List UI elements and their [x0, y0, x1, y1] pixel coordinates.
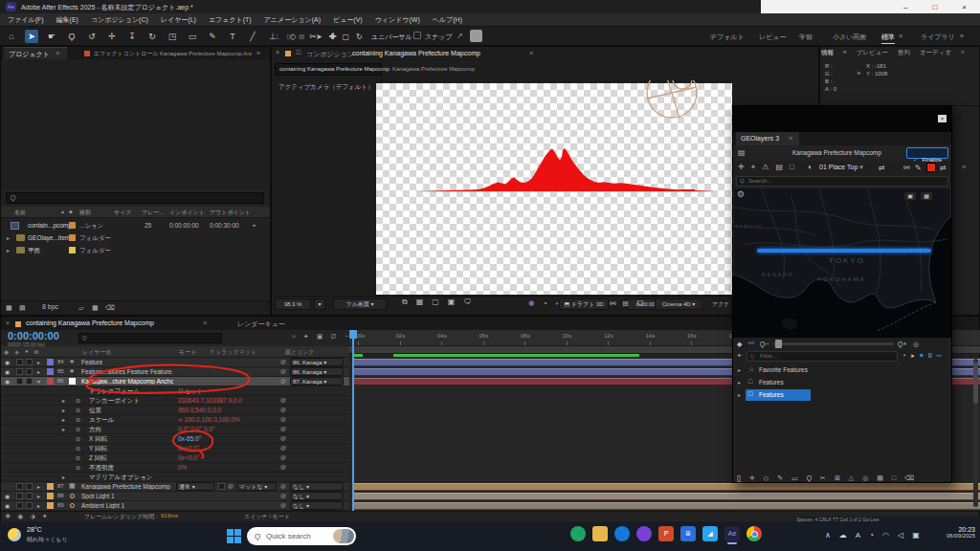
axis-mode-label[interactable]: ユニバーサル — [371, 33, 412, 42]
tray-icon-5[interactable]: ◠ — [882, 531, 889, 540]
menu-item-2[interactable]: 編集(E) — [56, 15, 78, 25]
property-value[interactable]: 0.0°,0.0°,0.0° — [178, 426, 215, 432]
tree-node-label[interactable]: Favorite Features — [759, 366, 808, 373]
project-tabs-overflow-icon[interactable]: » — [256, 50, 260, 56]
comp-zoom-caret[interactable]: ▾ — [314, 298, 325, 310]
project-row-1[interactable]: contain...pcomp...ション250:00:00:000:00:30… — [1, 220, 270, 231]
comp-zoom-dropdown[interactable]: 38.3 % — [275, 298, 311, 310]
map-camera-button[interactable]: ▣ — [903, 191, 917, 201]
property-label[interactable]: 位置 — [89, 407, 101, 415]
tree-node-label[interactable]: Features — [759, 391, 784, 398]
geo-toolbar-icon-1[interactable]: ✛ — [738, 163, 745, 172]
new-comp-icon[interactable]: ▦ — [92, 303, 99, 313]
map-cursor-icon[interactable]: ◆ — [737, 340, 742, 349]
draw-style-icon[interactable]: ✎ — [915, 164, 922, 172]
tree-node-label[interactable]: Features — [759, 379, 784, 386]
comp-lock-icon[interactable]: ⊡ — [296, 49, 301, 56]
project-item-name[interactable]: contain...pcomp — [28, 222, 72, 229]
map-link-icon[interactable]: ⚯ — [748, 340, 754, 347]
audio-toggle[interactable] — [16, 359, 23, 365]
snap-label[interactable]: スナップ — [425, 33, 453, 42]
hand-tool[interactable]: ☛ — [45, 30, 58, 43]
geo-toolbar-icon-4[interactable]: ▤ — [775, 163, 783, 172]
workspace-tab-1[interactable]: デフォルト — [710, 33, 745, 42]
group-label[interactable]: トランスフォーム — [89, 387, 140, 396]
project-grid-icon[interactable]: ▦ — [6, 303, 12, 313]
project-film-icon[interactable]: ▤ — [19, 303, 26, 313]
property-label[interactable]: Z 回転 — [89, 454, 107, 463]
stopwatch-icon[interactable]: ⊙ — [76, 464, 80, 471]
layer-color-tag[interactable] — [47, 368, 54, 375]
swap-style-icon[interactable]: ⇄ — [940, 164, 947, 172]
resize-tool-icon[interactable]: ↗ — [457, 32, 463, 40]
property-row-9[interactable]: ⊙Y 回転0x+0.0°@ — [1, 444, 349, 453]
camera-tools[interactable]: ◳ — [166, 30, 179, 43]
geo-bottom-icon-12[interactable]: □ — [892, 474, 896, 482]
snap-checkbox[interactable] — [413, 32, 421, 39]
tray-icon-7[interactable]: ▣ — [912, 531, 920, 540]
geo-toolbar-icon-3[interactable]: ⚠ — [762, 163, 768, 172]
tab-effect-controls[interactable]: エフェクトコントロール Kanagawa Prefecture Mapcomp … — [94, 50, 252, 58]
geo-bottom-icon-4[interactable]: ✎ — [777, 474, 783, 482]
layer-name[interactable]: Ambient Light 1 — [81, 502, 124, 509]
swap-place-icon[interactable]: ⇄ — [879, 164, 885, 172]
project-item-name[interactable]: 平面 — [28, 247, 40, 255]
project-col-2[interactable]: 種類 — [79, 209, 91, 217]
stopwatch-icon[interactable]: ⊙ — [76, 435, 80, 442]
menu-item-4[interactable]: レイヤー(L) — [161, 15, 196, 25]
menu-item-7[interactable]: ビュー(V) — [333, 15, 363, 25]
project-col-4[interactable]: フレー... — [142, 209, 164, 217]
link-comp-icon[interactable]: ⚯ — [903, 164, 910, 172]
pen-tool[interactable]: ✎ — [206, 30, 219, 43]
taskbar-app-app-blue-disc[interactable] — [614, 526, 630, 544]
axis-icon-1[interactable]: ⊥ — [274, 33, 280, 41]
property-label[interactable]: アンカーポイント — [89, 397, 140, 406]
pickwhip-icon[interactable]: @ — [280, 426, 286, 431]
taskbar-app-github[interactable] — [636, 526, 652, 544]
shape-tool[interactable]: ▭ — [186, 30, 199, 43]
start-button[interactable] — [227, 529, 241, 543]
property-value[interactable]: 960.0,540.0,0.0 — [178, 407, 221, 413]
expand-arrow-icon[interactable]: ▸ — [37, 368, 40, 375]
layer-name[interactable]: Kanagaw...cture Mapcomp Anchor — [81, 378, 173, 385]
property-row-8[interactable]: ⊙X 回転0x-65.0°@ — [1, 434, 349, 444]
layer-row-84[interactable]: ◉▸84★Feature@86. Kanaga ▾ — [1, 358, 349, 367]
info-tab-3[interactable]: 整列 — [898, 49, 910, 57]
solo-toggle[interactable] — [26, 483, 33, 490]
expand-arrow-icon[interactable]: ▸ — [62, 474, 65, 480]
expand-arrow-icon[interactable]: ▸ — [62, 397, 65, 404]
property-label[interactable]: 不透明度 — [89, 464, 114, 473]
property-row-7[interactable]: ▸⊙方向0.0°,0.0°,0.0°@ — [1, 425, 349, 434]
stopwatch-icon[interactable]: ⊙ — [76, 445, 80, 452]
expand-arrow-icon[interactable]: ▸ — [37, 359, 40, 365]
brush-tool[interactable]: ╱ — [246, 30, 259, 43]
trash-icon[interactable]: ⌫ — [105, 303, 115, 313]
geo-toolbar-icon-5[interactable]: □ — [790, 163, 794, 172]
matte-checkbox[interactable] — [218, 483, 225, 490]
geo-bottom-icon-7[interactable]: ✂ — [820, 474, 826, 482]
grid-options-icon[interactable]: ⊞ — [622, 299, 629, 309]
workspace-menu-icon[interactable]: ≡ — [899, 33, 902, 39]
comp-tab-close-icon[interactable]: × — [276, 49, 279, 55]
selection-mini[interactable]: ➤ — [316, 33, 323, 41]
tray-icon-3[interactable]: A — [856, 531, 860, 540]
filter-icon-2[interactable]: ➤ — [910, 352, 915, 359]
geo-bottom-icon-13[interactable]: ⌫ — [904, 474, 914, 482]
audio-toggle[interactable] — [16, 502, 23, 509]
timeline-header-icon-1[interactable]: ≈ — [292, 333, 296, 341]
stopwatch-icon[interactable]: ⊙ — [76, 397, 80, 404]
geo-toolbar-icon-2[interactable]: ⌖ — [751, 163, 756, 172]
eye-toggle[interactable]: ◉ — [5, 359, 10, 365]
tree-expand-arrow-icon[interactable]: ▸ — [738, 379, 741, 386]
rotate-tool[interactable]: ↻ — [145, 30, 159, 43]
layer-name[interactable]: Kanagawa Prefecture Mapcomp — [81, 483, 170, 490]
layer-duration-bar-4[interactable] — [352, 483, 980, 491]
switch-mode-label[interactable]: スイッチ / モード — [244, 513, 290, 521]
timeline-tab-label[interactable]: containing Kanagawa Prefecture Mapcomp — [26, 320, 154, 326]
expand-arrow-icon[interactable]: ▸ — [62, 426, 65, 432]
parent-pickwhip-icon[interactable]: @ — [280, 502, 286, 508]
col-layer-name[interactable]: レイヤー名 — [82, 348, 111, 357]
property-label[interactable]: 方向 — [89, 426, 101, 434]
label-color-chip[interactable] — [69, 222, 76, 229]
property-row-6[interactable]: ▸⊙スケール∞ 100.0,100.0,100.0%@ — [1, 415, 349, 425]
